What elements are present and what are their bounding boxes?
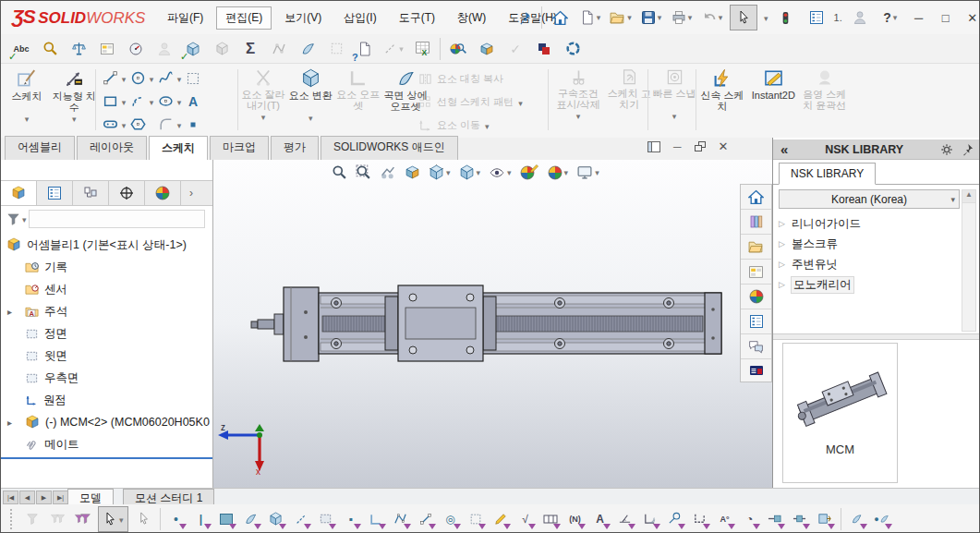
view-settings-button[interactable] [576, 164, 599, 180]
tab-dimxpert-manager[interactable] [109, 181, 145, 205]
tree-item-top-plane[interactable]: 윗면 [1, 345, 212, 367]
linear-pattern-button[interactable]: 선형 스케치 패턴 [418, 91, 546, 114]
undo-button[interactable] [699, 6, 725, 30]
doc-restore-button[interactable] [695, 141, 706, 151]
arc-dropdown[interactable] [150, 95, 154, 108]
fillet-dropdown[interactable] [177, 118, 182, 131]
fillet-tool[interactable] [158, 116, 174, 132]
category-ball-screw[interactable]: ▷볼스크류 [779, 234, 950, 254]
filter-sketch-points[interactable]: ▪ [342, 509, 360, 529]
select-cursor-button[interactable] [98, 506, 128, 532]
3dexperience-button[interactable] [562, 38, 584, 60]
shaded-sketch-contours-button[interactable]: 음영 스케치 윤곽선 [803, 64, 847, 111]
previous-view-button[interactable] [380, 164, 396, 180]
filter-solid-bodies[interactable] [267, 509, 285, 529]
scroll-prev-button[interactable]: ◀ [19, 491, 35, 504]
accept-check-button[interactable]: ✓ [504, 38, 526, 60]
filter-notes[interactable]: (N) [566, 509, 585, 529]
tree-expand-icon[interactable]: ▷ [779, 219, 786, 228]
tree-expand-icon[interactable]: ▷ [779, 260, 786, 269]
filter-geometric-tolerances[interactable] [641, 509, 659, 529]
sketch-dropdown[interactable] [25, 113, 30, 124]
tab-markup[interactable]: 마크업 [210, 136, 269, 160]
filter-dimension-frames[interactable] [541, 509, 560, 529]
section-hatch-button[interactable] [476, 38, 498, 60]
edit-appearance-button[interactable] [520, 165, 539, 180]
pin-panel-icon[interactable] [961, 143, 974, 156]
options-button[interactable] [804, 6, 829, 30]
pushpin-icon[interactable] [511, 6, 537, 30]
new-file-button[interactable] [577, 6, 603, 30]
measure-button[interactable] [39, 38, 61, 60]
menu-view[interactable]: 보기(V) [275, 6, 331, 30]
select-cursor-dropdown[interactable] [119, 513, 124, 526]
menu-insert[interactable]: 삽입(I) [334, 6, 385, 30]
appearances-scenes-button[interactable] [741, 285, 771, 309]
filter-center-marks[interactable]: ◎ [442, 509, 460, 529]
mirror-entities-button[interactable]: 요소 대칭 복사 [418, 67, 546, 91]
compare-button[interactable] [325, 38, 347, 60]
filter-datum-targets[interactable]: A° [716, 509, 734, 529]
filter-section-lines[interactable] [816, 509, 834, 529]
toggle-selection-filters-button[interactable] [73, 509, 91, 529]
filter-axes[interactable] [292, 509, 310, 529]
scroll-up-icon[interactable]: ▲ [962, 190, 975, 203]
zoom-area-button[interactable] [356, 164, 371, 180]
hide-show-items-button[interactable] [489, 165, 512, 180]
trim-entities-button[interactable]: 요소 잘라내기(T) [241, 64, 285, 123]
display-style-button[interactable] [459, 164, 481, 180]
spell-checker-button[interactable]: Abc✓ [10, 38, 32, 60]
appearance-magnifier-button[interactable] [447, 38, 469, 60]
arc-tool[interactable] [130, 93, 146, 109]
design-library-button[interactable] [741, 210, 771, 235]
doc-close-button[interactable]: ✕ [719, 139, 729, 153]
instant2d-button[interactable]: Instant2D [747, 64, 799, 112]
offset-entities-button[interactable]: 요소 오프셋 [336, 64, 381, 111]
filter-surface-finish-symbols[interactable]: √ [516, 509, 535, 529]
slot-dropdown[interactable] [122, 118, 127, 131]
display-delete-relations-button[interactable]: 구속조건 표시/삭제 [552, 64, 604, 122]
smart-dimension-button[interactable]: 지능형 치수 [52, 64, 96, 125]
tree-item-front-plane[interactable]: 정면 [1, 322, 212, 345]
scroll-last-button[interactable]: ▶| [53, 491, 68, 504]
tab-display-manager[interactable] [145, 181, 181, 205]
view-orientation-button[interactable] [429, 164, 451, 180]
select-tool-button[interactable] [730, 5, 757, 30]
rectangle-dropdown[interactable] [122, 95, 127, 108]
filter-dowel-pins[interactable] [691, 509, 709, 529]
filter-annotations[interactable]: A [591, 509, 610, 529]
language-select[interactable]: Korean (Korea) ▾ [779, 189, 960, 209]
filter-sketch-segments[interactable] [392, 509, 410, 529]
zoom-fit-button[interactable] [332, 164, 347, 180]
deviation-analysis-button[interactable] [268, 38, 290, 60]
tab-assembly[interactable]: 어셈블리 [5, 136, 75, 160]
custom-properties-button[interactable] [741, 309, 771, 334]
print-button[interactable] [669, 6, 695, 30]
linear-pattern-dropdown[interactable] [518, 97, 523, 108]
tree-item-sensors[interactable]: 센서 [1, 278, 212, 300]
component-reference-button[interactable] [153, 38, 175, 60]
filter-planes[interactable] [317, 509, 335, 529]
nsk-scrollbar[interactable]: ▲ [962, 189, 976, 332]
category-linear-guide[interactable]: ▷리니어가이드 [779, 213, 950, 234]
nsk-library-tab[interactable]: NSK LIBRARY [779, 163, 876, 185]
filter-hatches[interactable]: ◔ [741, 509, 759, 529]
panel-splitter[interactable] [773, 333, 980, 340]
filter-edges[interactable]: | [192, 509, 211, 529]
filter-surface-bodies[interactable] [242, 509, 260, 529]
tree-item-mcm-component[interactable]: (-) MCM<2> (MCM06020H05K0 [1, 411, 212, 433]
gear-icon[interactable] [940, 143, 953, 156]
magnified-selection-button[interactable] [135, 509, 153, 529]
compare-documents-button[interactable] [533, 38, 555, 60]
mass-properties-button[interactable] [67, 38, 90, 60]
line-dropdown[interactable] [122, 72, 127, 85]
sketch-text-tool[interactable]: A [188, 94, 198, 109]
circle-tool[interactable] [130, 70, 146, 86]
toolbar-drag-handle[interactable] [10, 509, 15, 529]
rapid-sketch-button[interactable]: 신속 스케치 [700, 64, 744, 112]
ellipse-dropdown[interactable] [177, 95, 182, 108]
clear-all-filters-button[interactable] [23, 509, 42, 529]
filter-dropdown[interactable] [22, 212, 27, 225]
task-home-button[interactable] [741, 185, 771, 210]
filter-mate-references[interactable]: ● [873, 509, 891, 529]
